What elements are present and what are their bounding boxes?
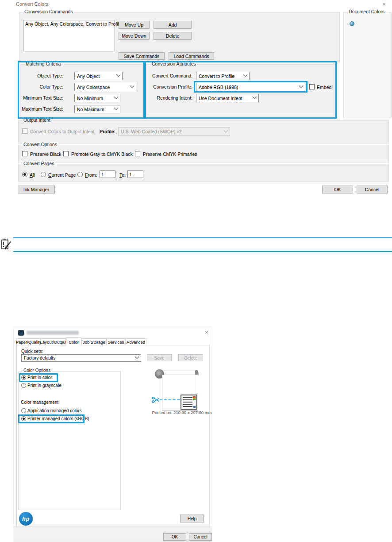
pages-from-label[interactable]: From: xyxy=(85,172,97,178)
color-type-select[interactable]: Any Colorspace xyxy=(74,83,136,91)
max-text-size-label: Maximum Text Size: xyxy=(21,106,63,112)
pages-current-radio[interactable] xyxy=(41,172,46,177)
chevron-down-icon xyxy=(114,95,119,99)
convert-command-label: Convert Command: xyxy=(146,73,192,78)
color-type-label: Color Type: xyxy=(21,84,63,89)
output-profile-value: U.S. Web Coated (SWOP) v2 xyxy=(121,129,182,134)
rendering-intent-label: Rendering Intent: xyxy=(146,95,192,101)
cancel-button[interactable]: Cancel xyxy=(189,533,212,541)
application-managed-label[interactable]: Application managed colors xyxy=(27,408,82,413)
min-text-size-select[interactable]: No Minimum xyxy=(74,94,120,102)
color-options-group: Color Options xyxy=(18,371,121,510)
preserve-black-checkbox[interactable] xyxy=(22,151,27,156)
pages-current-label[interactable]: Current Page xyxy=(48,172,76,178)
convert-to-output-intent-checkbox xyxy=(22,128,27,134)
print-in-grayscale-label[interactable]: Print in grayscale xyxy=(27,383,61,388)
chevron-down-icon xyxy=(243,73,248,77)
command-list-item[interactable]: Any Object, Any Colorspace, Convert to P… xyxy=(23,20,115,27)
ok-button[interactable]: OK xyxy=(322,186,353,194)
pages-from-radio[interactable] xyxy=(77,172,83,177)
promote-gray-checkbox[interactable] xyxy=(63,151,69,156)
add-button[interactable]: Add xyxy=(154,21,192,29)
rendering-intent-value: Use Document Intent xyxy=(199,96,242,101)
tab-color[interactable]: Color xyxy=(66,337,81,346)
save-commands-button[interactable]: Save Commands xyxy=(119,52,165,60)
page: Convert Colors × Conversion Commands Any… xyxy=(0,0,392,542)
move-down-button[interactable]: Move Down xyxy=(119,32,150,40)
pages-to-label: To: xyxy=(119,172,126,178)
note-icon xyxy=(1,238,12,251)
quick-sets-value: Factory defaults xyxy=(24,356,55,360)
min-text-size-value: No Minimum xyxy=(77,96,103,101)
ink-manager-button[interactable]: Ink Manager xyxy=(18,186,55,194)
object-type-select[interactable]: Any Object xyxy=(74,72,123,80)
hp-logo: hp xyxy=(19,512,33,526)
print-in-color-radio[interactable] xyxy=(21,375,26,380)
move-up-button[interactable]: Move Up xyxy=(119,21,150,29)
print-preview xyxy=(154,369,210,414)
application-managed-radio[interactable] xyxy=(21,408,26,413)
printer-properties-dialog: × Paper/Quality Layout/Output Color Job … xyxy=(13,327,212,542)
object-type-label: Object Type: xyxy=(21,73,63,78)
save-button: Save xyxy=(147,354,172,361)
preserve-cmyk-label[interactable]: Preserve CMYK Primaries xyxy=(143,151,197,157)
color-options-label: Color Options xyxy=(22,368,52,373)
tab-advanced[interactable]: Advanced xyxy=(125,338,146,345)
print-in-grayscale-radio[interactable] xyxy=(21,383,26,388)
dialog-title: Convert Colors xyxy=(16,1,48,7)
close-icon[interactable]: × xyxy=(380,0,388,8)
thumbnail-mark-blue xyxy=(193,406,196,408)
load-commands-button[interactable]: Load Commands xyxy=(169,52,214,60)
printer-managed-radio[interactable] xyxy=(21,416,26,421)
max-text-size-value: No Maximum xyxy=(77,107,104,112)
pages-all-radio[interactable] xyxy=(22,172,27,177)
note-rule-bottom xyxy=(13,251,392,252)
chevron-down-icon xyxy=(299,84,304,88)
window-title-redacted xyxy=(27,331,79,335)
convert-to-output-intent-label: Convert Colors to Output Intent xyxy=(30,129,94,134)
pages-to-input[interactable] xyxy=(127,170,143,178)
quick-sets-label: Quick sets: xyxy=(21,349,43,354)
preserve-black-label[interactable]: Preserve Black xyxy=(30,151,61,157)
embed-checkbox[interactable] xyxy=(309,84,315,89)
print-in-color-label[interactable]: Print in color xyxy=(27,375,52,380)
min-text-size-label: Minimum Text Size: xyxy=(21,95,63,101)
thumbnail-color-chip-green xyxy=(193,399,196,400)
convert-command-value: Convert to Profile xyxy=(199,74,234,79)
document-colors-label: Document Colors xyxy=(347,9,386,14)
tab-services[interactable]: Services xyxy=(107,338,125,345)
commands-listbox[interactable]: Any Object, Any Colorspace, Convert to P… xyxy=(23,20,115,51)
conversion-commands-label: Conversion Commands xyxy=(23,9,74,14)
max-text-size-select[interactable]: No Maximum xyxy=(74,105,120,113)
rendering-intent-select[interactable]: Use Document Intent xyxy=(196,94,259,102)
tab-paper-quality[interactable]: Paper/Quality xyxy=(16,338,41,345)
matching-criteria-label: Matching Criteria xyxy=(24,61,62,66)
quick-sets-select[interactable]: Factory defaults xyxy=(21,354,141,362)
convert-command-select[interactable]: Convert to Profile xyxy=(196,72,250,80)
cancel-button[interactable]: Cancel xyxy=(357,186,388,194)
promote-gray-label[interactable]: Promote Gray to CMYK Black xyxy=(71,151,133,157)
tab-layout-output[interactable]: Layout/Output xyxy=(41,338,66,345)
color-management-label: Color management: xyxy=(21,400,60,405)
preview-caption: Printed on: 210.00 x 297.00 mm xyxy=(149,410,215,415)
conversion-profile-select[interactable]: Adobe RGB (1998) xyxy=(196,83,305,91)
ok-button[interactable]: OK xyxy=(163,533,186,541)
output-intent-label: Output Intent xyxy=(22,117,52,123)
pages-all-label[interactable]: All xyxy=(30,172,35,178)
help-button[interactable]: Help xyxy=(180,515,204,523)
convert-options-label: Convert Options xyxy=(22,142,58,147)
printer-managed-label[interactable]: Printer managed colors (sRGB) xyxy=(27,416,89,421)
conversion-profile-value: Adobe RGB (1998) xyxy=(199,85,238,90)
delete-button: Delete xyxy=(178,354,203,361)
pages-from-input[interactable] xyxy=(100,170,115,178)
preserve-cmyk-checkbox[interactable] xyxy=(135,151,140,156)
scissors-icon xyxy=(152,397,160,403)
close-icon[interactable]: × xyxy=(203,329,210,336)
chevron-down-icon xyxy=(116,73,121,77)
tab-job-storage[interactable]: Job Storage xyxy=(81,338,107,345)
thumbnail-text-lines xyxy=(183,397,192,407)
delete-button[interactable]: Delete xyxy=(154,32,192,40)
output-profile-label: Profile: xyxy=(100,129,115,134)
document-color-swatch-icon xyxy=(350,21,354,26)
embed-label: Embed xyxy=(317,85,331,90)
